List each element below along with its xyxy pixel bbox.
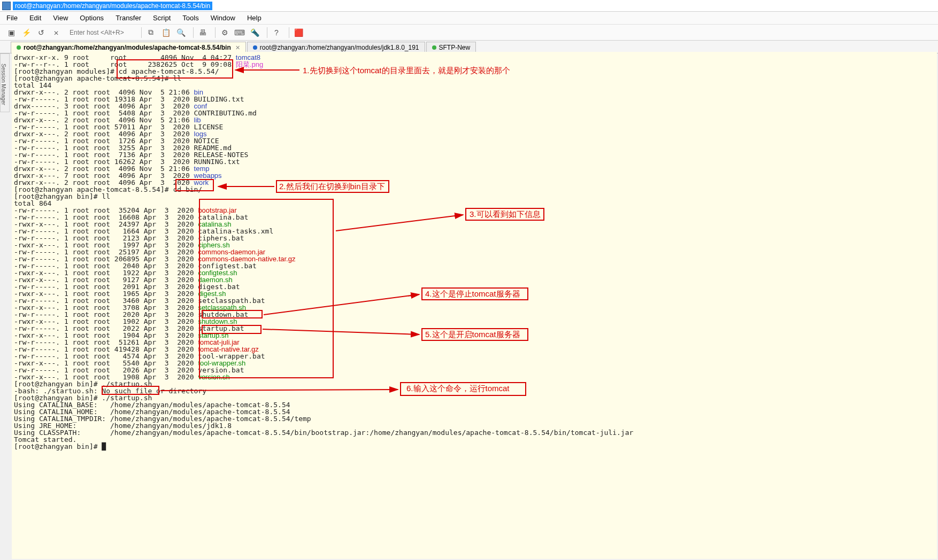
tab-3[interactable]: SFTP-New [426,42,476,53]
status-dot-icon [253,45,257,50]
tab-1-label: root@zhangyan:/home/zhangyan/modules/apa… [24,44,231,51]
xwin-icon[interactable]: 🟥 [293,27,304,38]
host-input[interactable] [70,29,134,36]
menu-transfer[interactable]: Transfer [116,14,141,22]
menu-window[interactable]: Window [211,14,235,22]
tab-3-label: SFTP-New [439,44,471,51]
menu-options[interactable]: Options [80,14,104,22]
app-icon [2,2,11,10]
highlight-icon[interactable]: 🔦 [249,27,260,38]
annot-label-1: 1.先切换到这个tomcat的目录里面去，就是刚才安装的那个 [303,66,510,76]
annot-label-5: 5.这个是开启tomcat服务器 [425,330,520,340]
tab-1[interactable]: root@zhangyan:/home/zhangyan/modules/apa… [11,42,246,53]
menu-help[interactable]: Help [247,14,262,22]
menu-tools[interactable]: Tools [182,14,198,22]
print-icon[interactable]: 🖶 [197,27,209,38]
toolbar-sep [141,27,142,38]
session-icon[interactable]: ▣ [5,27,17,38]
status-dot-icon [17,45,21,50]
terminal-output[interactable]: drwxr-xr-x. 9 root root 4096 Nov 4 04:27… [12,52,937,559]
find-icon[interactable]: 🔍 [175,27,187,38]
keyboard-icon[interactable]: ⌨ [234,27,245,38]
toolbar: ▣ ⚡ ↺ ⨉ ⧉ 📋 🔍 🖶 ⚙ ⌨ 🔦 ? 🟥 [0,25,938,41]
session-manager-pane[interactable]: Session Manager [0,53,10,112]
help-icon[interactable]: ? [271,27,282,38]
menu-view[interactable]: View [53,14,68,22]
reconnect-icon[interactable]: ↺ [35,27,47,38]
status-dot-icon [432,45,436,50]
quick-connect-icon[interactable]: ⚡ [20,27,32,38]
paste-icon[interactable]: 📋 [160,27,172,38]
annot-label-6: 6.输入这个命令，运行tomcat [406,384,510,394]
annot-label-3: 3.可以看到如下信息 [470,209,541,220]
window-title: root@zhangyan:/home/zhangyan/modules/apa… [13,2,212,10]
tab-2[interactable]: root@zhangyan:/home/zhangyan/modules/jdk… [247,42,425,53]
close-icon[interactable]: ✕ [235,44,240,51]
annot-label-2: 2.然后我们在切换到bin目录下 [279,182,385,192]
menu-edit[interactable]: Edit [29,14,41,22]
settings-icon[interactable]: ⚙ [219,27,230,38]
copy-icon[interactable]: ⧉ [145,27,157,38]
menu-file[interactable]: File [6,14,18,22]
menu-script[interactable]: Script [153,14,171,22]
disconnect-icon[interactable]: ⨉ [50,27,62,38]
annot-label-4: 4.这个是停止tomcat服务器 [425,289,520,299]
tab-2-label: root@zhangyan:/home/zhangyan/modules/jdk… [260,44,419,51]
window-titlebar: root@zhangyan:/home/zhangyan/modules/apa… [0,0,938,12]
menubar: File Edit View Options Transfer Script T… [0,12,938,25]
